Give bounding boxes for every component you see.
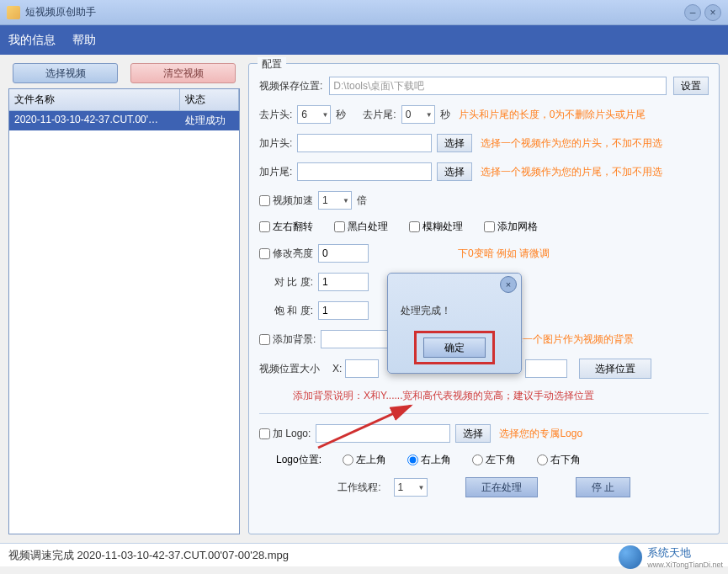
radio-top-right-label: 右上角 (421, 454, 451, 465)
config-title: 配置 (258, 57, 286, 72)
watermark: 系统天地 www.XiTongTianDi.net (619, 545, 723, 569)
add-head-label: 加片头: (259, 136, 292, 151)
watermark-name: 系统天地 (647, 546, 691, 559)
menu-help[interactable]: 帮助 (72, 33, 96, 48)
thread-label: 工作线程: (337, 481, 380, 495)
clear-video-button[interactable]: 清空视频 (130, 63, 236, 83)
app-icon (7, 6, 20, 19)
dialog-ok-button[interactable]: 确定 (423, 337, 486, 358)
add-head-hint: 选择一个视频作为您的片头，不加不用选 (481, 136, 662, 151)
cut-tail-label: 去片尾: (363, 108, 396, 122)
flip-label: 左右翻转 (273, 221, 313, 232)
col-filename: 文件名称 (9, 89, 180, 110)
radio-top-left-label: 左上角 (356, 454, 386, 465)
dialog-close-button[interactable]: × (500, 276, 517, 293)
content-area: 选择视频 清空视频 文件名称 状态 2020-11-03-10-42-37.CU… (0, 55, 728, 543)
cut-head-label: 去片头: (259, 108, 292, 122)
background-hint: 选择一个图片作为视频的背景 (502, 332, 634, 347)
dialog-message: 处理完成！ (401, 305, 451, 316)
completion-dialog: × 处理完成！ 确定 (387, 273, 522, 374)
brightness-input[interactable] (318, 244, 369, 263)
close-button[interactable]: × (704, 4, 721, 21)
select-position-button[interactable]: 选择位置 (579, 359, 651, 379)
add-head-input[interactable] (297, 134, 432, 152)
set-location-button[interactable]: 设置 (673, 77, 709, 95)
status-text: 视频调速完成 2020-11-03-10-42-37.CUT.00'07-00'… (8, 548, 289, 563)
speed-unit: 倍 (357, 194, 367, 208)
window-title: 短视频原创助手 (25, 5, 96, 19)
add-tail-input[interactable] (297, 162, 432, 181)
x-input[interactable] (345, 359, 379, 378)
titlebar: 短视频原创助手 – × (0, 0, 728, 25)
logo-choose-button[interactable]: 选择 (455, 424, 491, 443)
radio-bottom-right-label: 右下角 (550, 454, 581, 465)
dialog-ok-highlight: 确定 (414, 331, 495, 364)
window-controls: – × (684, 4, 721, 21)
radio-top-left[interactable] (343, 454, 353, 465)
blur-label: 模糊处理 (422, 221, 463, 232)
logo-hint: 选择您的专属Logo (499, 427, 582, 441)
background-checkbox[interactable] (259, 334, 270, 345)
bw-checkbox[interactable] (334, 221, 345, 232)
logo-label: 加 Logo: (273, 427, 311, 441)
height-input[interactable] (525, 359, 567, 378)
save-location-input[interactable] (329, 77, 667, 95)
logo-checkbox[interactable] (259, 428, 270, 439)
position-size-label: 视频位置大小 (259, 362, 320, 376)
grid-label: 添加网格 (497, 221, 538, 232)
blur-checkbox[interactable] (409, 221, 420, 232)
radio-bottom-left[interactable] (472, 454, 483, 465)
stop-button[interactable]: 停 止 (576, 477, 630, 497)
cell-status: 处理成功 (180, 111, 239, 130)
radio-top-right[interactable] (407, 454, 418, 465)
brightness-hint: 下0变暗 例如 请微调 (458, 247, 550, 261)
watermark-icon (619, 545, 642, 569)
add-tail-choose-button[interactable]: 选择 (437, 162, 472, 181)
file-table-header: 文件名称 状态 (9, 89, 239, 111)
thread-select[interactable]: 1 (394, 478, 428, 497)
minimize-button[interactable]: – (684, 4, 701, 21)
left-panel: 选择视频 清空视频 文件名称 状态 2020-11-03-10-42-37.CU… (8, 63, 240, 534)
flip-checkbox[interactable] (259, 221, 270, 232)
add-tail-label: 加片尾: (259, 165, 292, 179)
file-table: 文件名称 状态 2020-11-03-10-42-37.CUT.00'… 处理成… (8, 88, 240, 534)
x-label: X: (332, 363, 342, 375)
radio-bottom-right[interactable] (537, 454, 548, 465)
sec-label-2: 秒 (440, 108, 450, 122)
save-location-label: 视频保存位置: (259, 79, 322, 93)
saturate-label: 饱 和 度: (274, 304, 313, 318)
divider (259, 413, 709, 414)
logo-input[interactable] (316, 424, 450, 443)
contrast-input[interactable] (318, 273, 369, 291)
brightness-label: 修改亮度 (273, 247, 313, 261)
cut-head-select[interactable]: 6 (297, 105, 331, 124)
speed-label: 视频加速 (273, 194, 313, 208)
cell-filename: 2020-11-03-10-42-37.CUT.00'… (9, 111, 180, 130)
contrast-label: 对 比 度: (274, 275, 313, 290)
table-row[interactable]: 2020-11-03-10-42-37.CUT.00'… 处理成功 (9, 111, 239, 130)
add-tail-hint: 选择一个视频作为您的片尾，不加不用选 (481, 165, 662, 179)
bw-label: 黑白处理 (348, 221, 388, 232)
speed-checkbox[interactable] (259, 195, 270, 206)
menu-my-info[interactable]: 我的信息 (8, 33, 56, 48)
watermark-url: www.XiTongTianDi.net (647, 561, 723, 569)
cut-tail-select[interactable]: 0 (401, 105, 435, 124)
position-hint: 添加背景说明：X和Y......宽和高代表视频的宽高；建议手动选择位置 (293, 389, 594, 403)
saturate-input[interactable] (318, 301, 369, 320)
background-label: 添加背景: (273, 332, 316, 347)
brightness-checkbox[interactable] (259, 248, 270, 259)
col-status: 状态 (180, 89, 239, 110)
speed-select[interactable]: 1 (318, 191, 352, 210)
menubar: 我的信息 帮助 (0, 25, 728, 55)
select-video-button[interactable]: 选择视频 (13, 63, 118, 83)
logo-position-label: Logo位置: (276, 453, 321, 467)
cut-hint: 片头和片尾的长度，0为不删除片头或片尾 (459, 108, 646, 122)
grid-checkbox[interactable] (484, 221, 495, 232)
processing-button[interactable]: 正在处理 (465, 477, 538, 497)
add-head-choose-button[interactable]: 选择 (437, 134, 472, 152)
sec-label: 秒 (336, 108, 346, 122)
radio-bottom-left-label: 左下角 (486, 454, 516, 465)
